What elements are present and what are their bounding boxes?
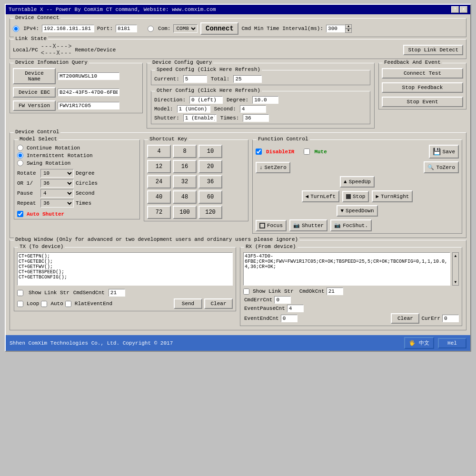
clear-rx-button[interactable]: Clear (391, 313, 419, 324)
stop-link-detect-button[interactable]: Stop Link Detect (403, 45, 463, 55)
link-arrows: ---X---> <---X--- (41, 43, 72, 57)
or1-select[interactable]: 36 (40, 179, 74, 188)
scroll-down-arrow[interactable]: ▼ (455, 280, 457, 284)
degree-value (252, 96, 278, 104)
speed-up-button[interactable]: ▲ SpeedUp (340, 176, 375, 188)
disable-ir-checkbox[interactable] (256, 149, 262, 155)
help-button[interactable]: ? (451, 6, 459, 13)
function-control-group: Function Control DisableIR Mute 💾 (252, 139, 462, 234)
scroll-up-arrow[interactable]: ▲ (455, 254, 457, 258)
shortcut-btn-120[interactable]: 120 (198, 206, 222, 219)
current-label: Current: (154, 76, 179, 82)
com-select[interactable]: COM8 (173, 24, 198, 33)
com-radio[interactable] (148, 26, 154, 32)
shortcut-btn-60[interactable]: 60 (198, 190, 222, 204)
shortcut-btn-8[interactable]: 8 (173, 145, 197, 158)
ipv4-radio[interactable] (13, 26, 19, 32)
rx-label: RX (From device) (244, 244, 298, 249)
down-arrow-icon: ↓ (259, 165, 263, 170)
tx-group: TX (To device) CT+GETPN(); CT+GETEBC(); … (14, 247, 236, 311)
shortcut-btn-4[interactable]: 4 (147, 145, 171, 158)
cmd-err-cnt-value (274, 296, 291, 304)
tx-textarea[interactable]: CT+GETPN(); CT+GETEBC(); CT+GETFWV(); CT… (17, 252, 233, 286)
focus-icon (259, 223, 265, 228)
second-value (240, 105, 266, 113)
feedback-group: Feedback And Event Connect Test Stop Fee… (378, 63, 466, 109)
speed-config-group[interactable]: Speed Config (Click Here Refresh) Curren… (151, 70, 370, 85)
left-arrow-icon: ◀ (306, 193, 309, 199)
focus-button[interactable]: Focus (256, 220, 287, 231)
cmd-interval-input[interactable] (326, 25, 345, 32)
shortcut-btn-100[interactable]: 100 (173, 206, 197, 219)
stop-icon (346, 194, 351, 199)
set-zero-button[interactable]: ↓ SetZero (256, 162, 290, 173)
turn-left-button[interactable]: ◀ TurnLeft (302, 190, 339, 202)
cmd-ok-cnt-label: CmdOkCnt (299, 288, 325, 294)
port-input[interactable] (116, 25, 137, 32)
intermittent-rotation-label: Intermittent Rotation (27, 153, 93, 159)
rotate-select[interactable]: 10 (40, 169, 74, 178)
stop-button[interactable]: Stop (342, 191, 369, 202)
ipv4-input[interactable] (42, 25, 94, 32)
shortcut-btn-20[interactable]: 20 (198, 160, 222, 173)
shortcut-btn-24[interactable]: 24 (147, 175, 171, 188)
intermittent-rotation-radio[interactable] (17, 152, 23, 159)
continue-rotation-radio[interactable] (17, 145, 23, 151)
send-button[interactable]: Send (174, 298, 202, 309)
shutter-button[interactable]: 📷 Shutter (289, 219, 327, 231)
right-arrow-icon: ▶ (376, 193, 379, 199)
other-config-group[interactable]: Other Config (Click Here Refresh) Direct… (151, 91, 370, 124)
show-link-str-tx-checkbox[interactable] (17, 290, 23, 296)
shortcut-btn-32[interactable]: 32 (173, 175, 197, 188)
mute-checkbox[interactable] (304, 149, 310, 155)
shortcut-btn-72[interactable]: 72 (147, 206, 171, 219)
fw-version-button[interactable]: FW Version (13, 100, 56, 111)
shortcut-btn-16[interactable]: 16 (173, 160, 197, 173)
device-info-group: Device Infomation Query Device Name Devi… (10, 63, 143, 113)
shortcut-key-group: Shortcut Key 4 8 10 12 16 20 (144, 139, 248, 221)
window-title: Turntable X -- Power By ComXim CT comman… (9, 7, 216, 12)
swing-rotation-radio[interactable] (17, 160, 23, 166)
cmd-interval-down[interactable]: ▼ (345, 29, 352, 33)
degree-label: Degree: (227, 97, 248, 103)
chinese-button[interactable]: 🖐 中文 (404, 337, 434, 349)
to-zero-button[interactable]: 🔍 ToZero (424, 161, 459, 173)
shortcut-btn-12[interactable]: 12 (147, 160, 171, 173)
current-value (183, 75, 207, 83)
show-link-str-rx-checkbox[interactable] (243, 288, 249, 295)
save-button[interactable]: 💾 Save (429, 145, 459, 159)
cmd-interval-spinbox-buttons: ▲ ▼ (345, 24, 352, 33)
device-connect-label: Device Connect (14, 15, 60, 20)
shutter-value (183, 114, 217, 122)
cmd-interval-spinbox: ▲ ▼ (326, 24, 352, 33)
shortcut-btn-48[interactable]: 48 (173, 190, 197, 204)
rx-textarea[interactable]: 43F5-47D0-6FBE;CR+OK;FWV=FWV1R17C05;CR+O… (243, 252, 450, 286)
device-name-button[interactable]: Device Name (13, 68, 56, 84)
device-ebc-button[interactable]: Device EBC (13, 87, 56, 98)
shortcut-btn-10[interactable]: 10 (198, 145, 222, 158)
auto-checkbox[interactable] (41, 301, 47, 307)
connect-test-button[interactable]: Connect Test (382, 68, 463, 79)
connect-button[interactable]: Connect (200, 22, 238, 35)
shortcut-btn-36[interactable]: 36 (198, 175, 222, 188)
clear-tx-button[interactable]: Clear (204, 298, 233, 309)
turn-right-button[interactable]: ▶ TurnRight (372, 190, 413, 202)
foc-shut-button[interactable]: 📷 FocShut. (330, 219, 372, 231)
speed-down-button[interactable]: ▼ SpeedDown (337, 205, 377, 217)
repeat-select[interactable]: 36 (40, 199, 74, 208)
pause-select[interactable]: 4 (40, 189, 74, 198)
cmd-send-cnt-value (109, 289, 125, 297)
local-pc-label: Local/PC (13, 47, 38, 53)
loop-checkbox[interactable] (17, 301, 23, 307)
stop-event-button[interactable]: Stop Event (382, 97, 463, 107)
r-lat-event-checkbox[interactable] (65, 301, 71, 307)
rx-scrollbar[interactable]: ▲ ▼ (452, 252, 459, 286)
model-select-label: Model Select (18, 136, 59, 142)
stop-feedback-button[interactable]: Stop Feedback (382, 82, 463, 93)
cmd-interval-up[interactable]: ▲ (345, 24, 352, 29)
auto-shutter-checkbox[interactable] (17, 211, 23, 217)
shortcut-btn-40[interactable]: 40 (147, 190, 171, 204)
help-link-button[interactable]: Hel (438, 338, 466, 348)
device-config-group: Device Config Query Speed Config (Click … (147, 63, 375, 129)
close-button[interactable]: X (460, 6, 467, 13)
